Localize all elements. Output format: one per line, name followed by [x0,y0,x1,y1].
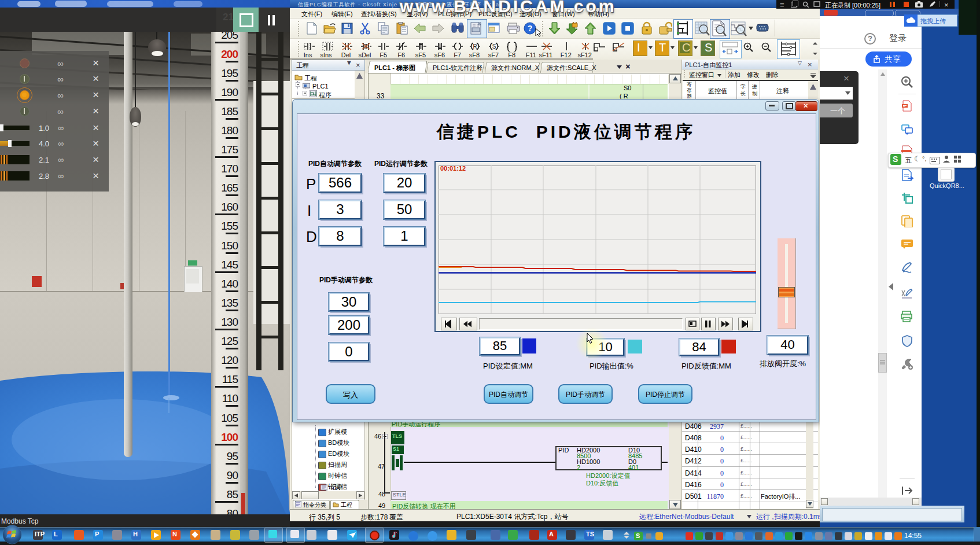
svg-text:S: S [492,43,496,50]
svg-text:?: ? [528,24,533,33]
svg-text:R: R [473,43,477,50]
